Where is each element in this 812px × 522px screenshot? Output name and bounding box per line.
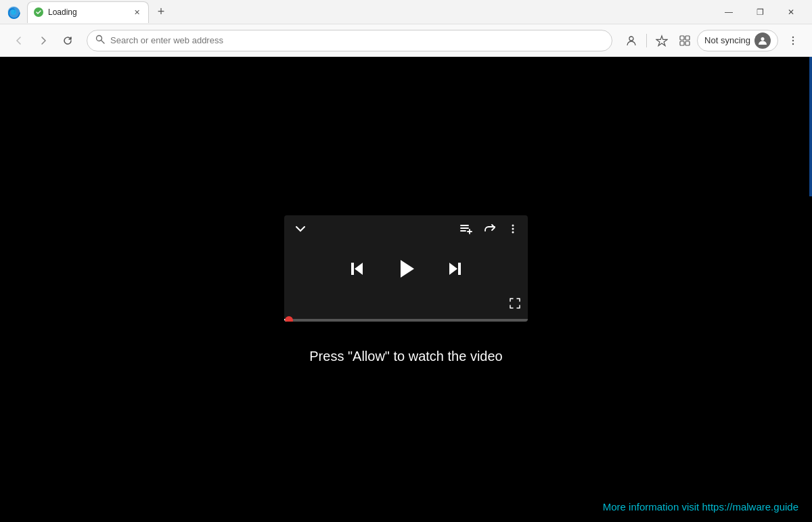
player-chevron-down-icon[interactable]: [294, 222, 307, 239]
svg-rect-6: [680, 36, 684, 40]
svg-point-11: [792, 36, 794, 37]
skip-next-button[interactable]: [445, 259, 464, 278]
sync-button[interactable]: Not syncing: [697, 30, 778, 51]
bottom-info-text: More information visit https://malware.g…: [603, 501, 798, 513]
active-tab[interactable]: Loading ✕: [27, 1, 149, 23]
navigation-bar: Not syncing: [0, 24, 812, 57]
svg-point-12: [792, 39, 794, 41]
favorites-button[interactable]: [651, 30, 673, 51]
svg-marker-22: [355, 263, 363, 275]
svg-rect-23: [351, 263, 354, 275]
player-bottom-bar: [284, 295, 528, 319]
profile-avatar: [754, 32, 771, 49]
add-to-queue-icon[interactable]: [459, 222, 472, 238]
player-top-right-controls: [459, 222, 518, 238]
svg-point-10: [761, 37, 765, 41]
svg-point-5: [629, 37, 633, 41]
scroll-indicator: [809, 57, 812, 522]
video-player: [284, 215, 528, 322]
tab-favicon-icon: [33, 7, 44, 18]
close-button[interactable]: ✕: [775, 0, 807, 24]
allow-text: Press "Allow" to watch the video: [309, 349, 502, 364]
tab-close-button[interactable]: ✕: [131, 6, 143, 18]
sync-label: Not syncing: [704, 35, 750, 45]
page-content: Press "Allow" to watch the video More in…: [0, 57, 812, 522]
title-bar: Loading ✕ + — ❐ ✕: [0, 0, 812, 24]
tab-container: Loading ✕ +: [27, 0, 713, 24]
player-more-icon[interactable]: [508, 222, 518, 238]
player-controls: [284, 246, 528, 295]
svg-rect-7: [685, 36, 690, 40]
forward-button[interactable]: [32, 30, 54, 51]
nav-right-icons: Not syncing: [621, 30, 804, 51]
svg-marker-24: [401, 260, 414, 278]
play-button[interactable]: [394, 257, 418, 281]
svg-point-13: [792, 43, 794, 44]
back-button[interactable]: [8, 30, 30, 51]
progress-dot: [285, 316, 293, 322]
new-tab-button[interactable]: +: [152, 3, 171, 22]
maximize-button[interactable]: ❐: [744, 0, 775, 24]
fullscreen-button[interactable]: [509, 297, 521, 312]
svg-point-19: [512, 225, 514, 227]
url-input[interactable]: [110, 35, 604, 45]
bottom-info[interactable]: More information visit https://malware.g…: [603, 501, 798, 513]
browser-logo-icon: [5, 4, 22, 20]
window-controls: — ❐ ✕: [713, 0, 807, 24]
svg-rect-8: [680, 41, 684, 45]
svg-rect-26: [458, 263, 461, 275]
address-bar[interactable]: [87, 30, 612, 51]
player-top-bar: [284, 215, 528, 246]
svg-point-21: [512, 232, 514, 234]
svg-line-4: [102, 41, 105, 44]
collections-button[interactable]: [674, 30, 696, 51]
tab-title: Loading: [48, 7, 127, 17]
people-icon-button[interactable]: [621, 30, 642, 51]
refresh-button[interactable]: [57, 30, 78, 51]
nav-divider: [646, 34, 647, 47]
progress-bar[interactable]: [284, 319, 528, 322]
svg-marker-25: [449, 263, 457, 275]
svg-rect-9: [685, 41, 690, 45]
skip-prev-button[interactable]: [348, 259, 367, 278]
search-icon: [95, 35, 105, 46]
svg-point-1: [11, 9, 16, 15]
more-options-button[interactable]: [782, 30, 804, 51]
share-icon[interactable]: [483, 222, 497, 238]
svg-point-20: [512, 228, 514, 230]
minimize-button[interactable]: —: [713, 0, 744, 24]
